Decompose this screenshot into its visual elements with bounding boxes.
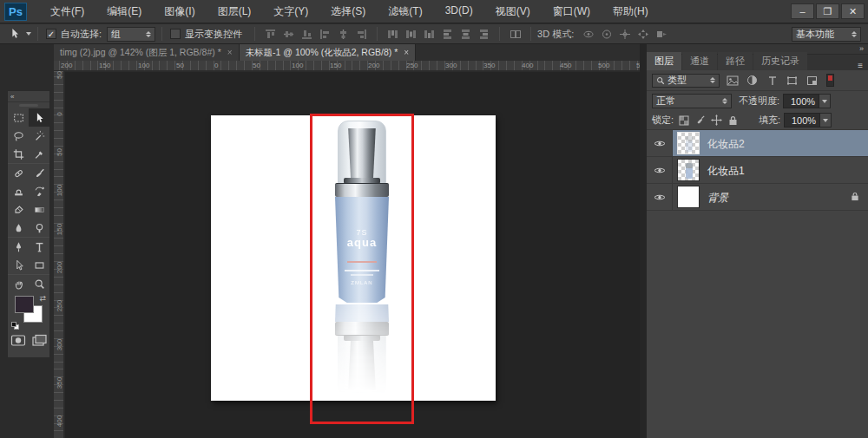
layer-filter-toggle[interactable] [826,74,834,87]
layer-thumbnail[interactable] [677,186,700,208]
opacity-value[interactable]: 100% [783,94,819,108]
eraser-tool[interactable] [8,200,29,219]
menu-edit[interactable]: 编辑(E) [95,0,153,23]
layer-thumbnail[interactable] [677,132,700,154]
toolbox-collapse-icon[interactable]: « [8,91,49,102]
layer-row-background[interactable]: 背景 [647,184,868,211]
layer-name[interactable]: 化妆品2 [707,137,745,152]
distribute-bottom-icon[interactable] [422,28,437,41]
layer-name[interactable]: 背景 [707,191,728,206]
align-left-edges-icon[interactable] [318,28,332,41]
auto-select-dropdown[interactable]: 组 [107,27,155,42]
document-tab-2[interactable]: 未标题-1 @ 100% (化妆品2, RGB/8) * × [240,44,417,61]
align-right-edges-icon[interactable] [354,28,369,41]
horizontal-ruler[interactable]: 200 150 100 50 0 50 100 150 200 250 300 … [54,61,640,71]
visibility-toggle[interactable] [647,157,673,184]
auto-align-layers-icon[interactable] [508,28,523,41]
selection-red-rectangle[interactable] [310,114,414,424]
eyedropper-tool[interactable] [29,145,49,163]
menu-file[interactable]: 文件(F) [39,0,95,23]
menu-3d[interactable]: 3D(D) [434,0,484,23]
foreground-color-swatch[interactable] [15,296,34,313]
blur-tool[interactable] [8,219,29,237]
lasso-tool[interactable] [8,127,29,145]
gradient-tool[interactable] [29,200,49,219]
rectangular-marquee-tool[interactable] [8,108,29,127]
distribute-v-center-icon[interactable] [404,28,418,41]
type-tool[interactable] [29,238,49,256]
brush-tool[interactable] [29,164,49,182]
path-selection-tool[interactable] [8,256,29,274]
tab-history[interactable]: 历史记录 [753,52,807,70]
dodge-tool[interactable] [29,219,49,237]
tab-close-icon[interactable]: × [227,48,233,57]
tab-paths[interactable]: 路径 [718,52,753,70]
visibility-toggle[interactable] [647,130,673,157]
fill-value[interactable]: 100% [784,113,820,127]
layer-name[interactable]: 化妆品1 [707,164,745,179]
rectangle-shape-tool[interactable] [29,256,49,274]
distribute-h-center-icon[interactable] [458,28,473,41]
menu-view[interactable]: 视图(V) [484,0,542,23]
3d-drag-icon[interactable] [617,28,632,41]
shape-layer-filter-icon[interactable] [785,74,799,87]
swap-colors-icon[interactable]: ⇄ [39,294,46,303]
3d-scale-icon[interactable] [654,28,668,41]
fill-caret-icon[interactable] [820,113,832,127]
3d-rotate-icon[interactable] [581,28,595,41]
menu-select[interactable]: 选择(S) [319,0,377,23]
tool-preset-caret-icon[interactable] [26,32,31,36]
history-brush-tool[interactable] [29,182,49,200]
type-layer-filter-icon[interactable] [765,74,779,87]
document-tab-1[interactable]: timg (2).jpg @ 142% (图层 1, RGB/8#) * × [54,44,240,61]
lock-transparent-pixels-icon[interactable] [677,114,690,127]
layer-row-cosmetic1[interactable]: 化妆品1 [647,157,868,184]
canvas-area[interactable]: 7S aqua ZMLAN 7S aqua ZM [65,72,640,438]
menu-help[interactable]: 帮助(H) [602,0,660,23]
auto-select-checkbox[interactable]: ✓ [46,29,56,39]
show-transform-checkbox[interactable] [170,29,181,39]
menu-filter[interactable]: 滤镜(T) [377,0,433,23]
align-vertical-centers-icon[interactable] [281,28,296,41]
opacity-caret-icon[interactable] [819,94,831,108]
visibility-toggle[interactable] [647,184,673,211]
align-bottom-edges-icon[interactable] [299,28,314,41]
lock-position-icon[interactable] [710,114,723,127]
pen-tool[interactable] [8,238,29,256]
layer-row-cosmetic2[interactable]: 化妆品2 [647,130,868,157]
close-button[interactable]: ✕ [841,3,865,19]
minimize-button[interactable]: – [791,3,814,19]
distribute-top-icon[interactable] [385,28,400,41]
hand-tool[interactable] [8,275,29,293]
magic-wand-tool[interactable] [29,127,49,145]
distribute-right-icon[interactable] [477,28,491,41]
menu-type[interactable]: 文字(Y) [262,0,319,23]
quick-mask-button[interactable] [10,334,26,350]
healing-brush-tool[interactable] [8,164,29,182]
zoom-tool[interactable] [29,275,49,293]
tab-layers[interactable]: 图层 [647,52,681,70]
move-tool[interactable] [29,108,49,127]
default-colors-icon[interactable] [11,322,20,330]
adjustment-layer-filter-icon[interactable] [745,74,760,87]
lock-all-icon[interactable] [727,114,740,127]
menu-layer[interactable]: 图层(L) [207,0,263,23]
smart-object-filter-icon[interactable] [805,74,819,87]
crop-tool[interactable] [8,145,29,163]
clone-stamp-tool[interactable] [8,182,29,200]
menu-image[interactable]: 图像(I) [153,0,206,23]
screen-mode-button[interactable] [31,334,47,350]
lock-image-pixels-icon[interactable] [694,114,707,127]
layer-thumbnail[interactable] [677,159,700,181]
menu-window[interactable]: 窗口(W) [542,0,602,23]
workspace-switcher[interactable]: 基本功能 [792,27,861,42]
vertical-ruler[interactable]: 50 0 50 100 150 200 250 300 350 400 [54,71,64,438]
layer-filter-dropdown[interactable]: 类型 [652,74,720,88]
tab-channels[interactable]: 通道 [682,52,717,70]
maximize-button[interactable]: ❐ [816,3,839,19]
3d-slide-icon[interactable] [635,28,650,41]
align-top-edges-icon[interactable] [263,28,278,41]
distribute-left-icon[interactable] [440,28,455,41]
3d-roll-icon[interactable] [599,28,614,41]
blend-mode-dropdown[interactable]: 正常 [652,94,732,108]
